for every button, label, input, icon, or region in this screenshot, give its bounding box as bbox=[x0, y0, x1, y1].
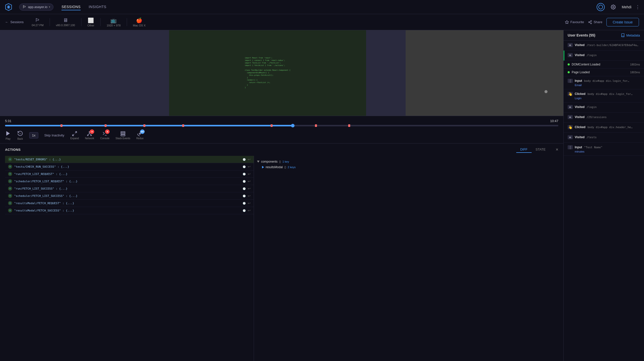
other-icon: ⬜ bbox=[88, 17, 94, 23]
progress-bar[interactable] bbox=[5, 125, 558, 126]
skip-inactivity-button[interactable]: Skip Inactivity bbox=[44, 133, 64, 137]
action-arrow-icon[interactable]: ↩ bbox=[248, 172, 251, 176]
apple-icon: 🍎 bbox=[136, 17, 142, 23]
timeline-marker bbox=[315, 124, 317, 127]
list-item[interactable]: + "tests/CHECK_RUN_SUCCESS" : {...} 🕐 ↩ bbox=[5, 163, 254, 170]
list-item[interactable]: + "scheduler/FETCH_LIST_SUCCESS" : {...}… bbox=[5, 192, 254, 200]
svg-marker-10 bbox=[6, 131, 10, 136]
more-icon[interactable]: ⋮ bbox=[635, 4, 640, 10]
console-button[interactable]: 8 Console bbox=[100, 131, 110, 140]
info-other: ⬜ Other bbox=[87, 17, 94, 27]
expand-label: Expand bbox=[70, 137, 79, 140]
speed-button[interactable]: 1x bbox=[29, 132, 38, 138]
svg-line-8 bbox=[590, 22, 591, 23]
action-arrow-icon[interactable]: ↩ bbox=[248, 179, 251, 183]
event-item-input-email[interactable]: | Input body div#app div.login_form_3r E… bbox=[564, 76, 644, 89]
event-item-visited-login2[interactable]: ▤ Visited /login bbox=[564, 102, 644, 113]
monitor-icon: 📺 bbox=[110, 17, 117, 23]
svg-rect-16 bbox=[121, 132, 125, 133]
event-type: Visited bbox=[575, 53, 585, 57]
stack-events-button[interactable]: Stack Events bbox=[116, 131, 130, 140]
progress-thumb[interactable] bbox=[291, 124, 295, 127]
plus-icon: + bbox=[8, 194, 12, 198]
list-item[interactable]: + "resultsModal/FETCH_SUCCESS" : {...} 🕐… bbox=[5, 207, 254, 214]
diff-type-components: {} bbox=[279, 160, 281, 163]
right-panel-header: User Events (55) Metadata bbox=[564, 30, 644, 41]
close-button[interactable]: × bbox=[556, 147, 558, 152]
create-issue-button[interactable]: Create Issue bbox=[606, 18, 639, 26]
list-item[interactable]: + "resultsModal/FETCH_REQUEST" : {...} 🕐… bbox=[5, 200, 254, 207]
list-item[interactable]: + "run/FETCH_LIST_SUCCESS" : {...} 🕐 ↩ bbox=[5, 185, 254, 192]
expand-button[interactable]: Expand bbox=[70, 131, 79, 140]
diff-row-results-modal[interactable]: resultsModal {} 2 keys bbox=[262, 164, 555, 170]
tab-diff[interactable]: DIFF bbox=[516, 147, 532, 153]
share-button[interactable]: Share bbox=[588, 20, 602, 24]
dom-time: 1802ms bbox=[630, 63, 640, 66]
panel-tabs: DIFF STATE bbox=[516, 147, 550, 153]
click-cursor-icon: 👆 bbox=[568, 92, 573, 96]
event-item-visited-login[interactable]: ▤ Visited /login bbox=[564, 51, 644, 61]
diff-key-components: components bbox=[261, 160, 277, 163]
event-item-page-loaded: Page Loaded 1803ms bbox=[564, 68, 644, 76]
visited-icon: ▤ bbox=[568, 105, 573, 109]
settings-icon[interactable] bbox=[609, 3, 618, 12]
favourite-button[interactable]: Favourite bbox=[565, 20, 584, 24]
back-button[interactable]: ← Sessions bbox=[5, 20, 24, 24]
event-item-visited-sessions[interactable]: ▤ Visited /29/sessions bbox=[564, 113, 644, 123]
plus-icon: + bbox=[8, 172, 12, 176]
event-item-dom-content-loaded: DOMContent Loaded 1802ms bbox=[564, 61, 644, 68]
svg-rect-18 bbox=[121, 135, 125, 136]
panel-header: ACTIONS DIFF STATE × bbox=[5, 147, 558, 153]
record-button[interactable] bbox=[597, 3, 605, 11]
plus-icon: + bbox=[8, 165, 12, 169]
play-button[interactable]: Play bbox=[5, 130, 11, 140]
back-10-button[interactable]: 10 Back bbox=[17, 130, 23, 140]
stack-events-icon-wrap bbox=[120, 131, 126, 136]
tab-state[interactable]: STATE bbox=[532, 147, 550, 153]
list-item[interactable]: + "scheduler/FETCH_LIST_REQUEST" : {...}… bbox=[5, 178, 254, 185]
console-badge: 8 bbox=[105, 129, 110, 134]
time-display: 5:31 10:47 bbox=[5, 119, 558, 123]
panel-content: + "tests/RESET_ERRORS" : {...} 🕐 ↩ + "te… bbox=[5, 156, 558, 361]
dark-panel bbox=[406, 30, 563, 116]
redux-button[interactable]: 367 Redux bbox=[136, 131, 144, 140]
action-arrow-icon[interactable]: ↩ bbox=[248, 194, 251, 198]
svg-point-3 bbox=[613, 6, 614, 8]
event-item-input-testname[interactable]: | Input "Test Name" minutes bbox=[564, 143, 644, 156]
nav-sessions[interactable]: SESSIONS bbox=[61, 4, 81, 10]
event-item-visited-tests[interactable]: ▤ Visited /tests bbox=[564, 133, 644, 143]
event-header: | Input "Test Name" bbox=[568, 145, 640, 149]
action-arrow-icon[interactable]: ↩ bbox=[248, 165, 251, 169]
event-type: Clicked bbox=[575, 92, 586, 96]
network-label: Network bbox=[85, 137, 94, 140]
metadata-button[interactable]: Metadata bbox=[621, 33, 640, 37]
event-detail: body div#app div.login_form_3r bbox=[584, 79, 629, 83]
user-events-title: User Events (55) bbox=[568, 33, 595, 37]
domain-pill[interactable]: 🏳 app.asayer.io ▾ bbox=[19, 4, 53, 11]
panel-title: ACTIONS bbox=[5, 148, 21, 152]
timeline-marker bbox=[348, 124, 350, 127]
info-resolution: 📺 1920 × 978 bbox=[107, 17, 120, 27]
action-arrow-icon[interactable]: ↩ bbox=[248, 208, 251, 212]
list-item[interactable]: + "run/FETCH_LIST_REQUEST" : {...} 🕐 ↩ bbox=[5, 170, 254, 178]
event-item-clicked-header[interactable]: 👆 Clicked body div#app div.header_heade bbox=[564, 123, 644, 133]
diff-key-results-modal: resultsModal bbox=[266, 165, 283, 169]
nav-insights[interactable]: INSIGHTS bbox=[89, 4, 106, 10]
plus-icon: + bbox=[8, 208, 12, 212]
visited-icon: ▤ bbox=[568, 53, 573, 57]
info-browser-label: v80.0.3987.100 bbox=[56, 24, 75, 27]
user-name[interactable]: Mehdi bbox=[622, 5, 631, 9]
event-item-visited-test-builder[interactable]: ▤ Visited /test-builder/62ABFAC6fE0daF4a… bbox=[564, 41, 644, 51]
action-arrow-icon[interactable]: ↩ bbox=[248, 201, 251, 205]
network-button[interactable]: ● Network bbox=[85, 131, 94, 140]
event-header: ▤ Visited /test-builder/62ABFAC6fE0daF4a… bbox=[568, 43, 640, 47]
action-arrow-icon[interactable]: ↩ bbox=[248, 157, 251, 161]
plus-icon: + bbox=[8, 179, 12, 183]
event-sub: Email bbox=[568, 84, 640, 87]
record-inner bbox=[598, 5, 603, 9]
list-item[interactable]: + "tests/RESET_ERRORS" : {...} 🕐 ↩ bbox=[5, 156, 254, 163]
logo[interactable] bbox=[4, 3, 13, 12]
diff-row-components[interactable]: components {} 1 key bbox=[257, 159, 555, 164]
action-arrow-icon[interactable]: ↩ bbox=[248, 187, 251, 191]
event-item-clicked-login[interactable]: 👆 Clicked body div#app div.login_form_3r… bbox=[564, 89, 644, 102]
